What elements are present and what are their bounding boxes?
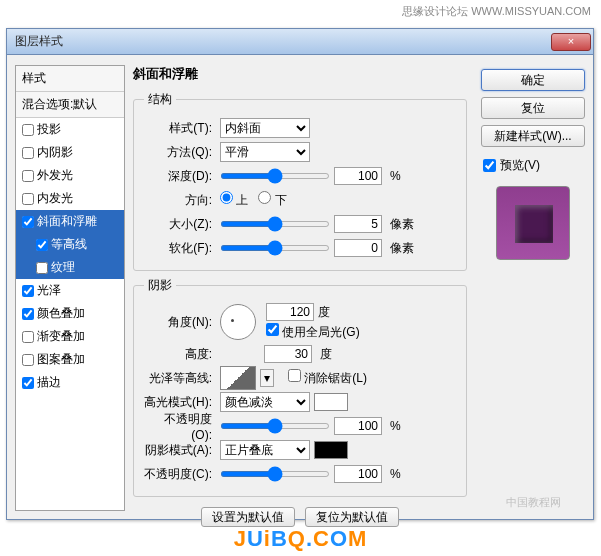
panel-title: 斜面和浮雕	[133, 65, 467, 83]
style-item-label: 斜面和浮雕	[37, 213, 97, 230]
checkbox-pattern-overlay[interactable]	[22, 354, 34, 366]
watermark-small: 中国教程网	[506, 495, 561, 510]
highlight-mode-label: 高光模式(H):	[144, 394, 216, 411]
close-button[interactable]: ×	[551, 33, 591, 51]
right-panel: 确定 复位 新建样式(W)... 预览(V)	[475, 65, 585, 511]
new-style-button[interactable]: 新建样式(W)...	[481, 125, 585, 147]
shading-group: 阴影 角度(N): 度 使用全局光(G) 高度:	[133, 277, 467, 497]
shadow-opacity-slider[interactable]	[220, 471, 330, 477]
altitude-label: 高度:	[144, 346, 216, 363]
center-panel: 斜面和浮雕 结构 样式(T): 内斜面 方法(Q): 平滑 深度(D): %	[125, 65, 475, 511]
direction-down[interactable]: 下	[258, 191, 286, 209]
checkbox-inner-shadow[interactable]	[22, 147, 34, 159]
checkbox-texture[interactable]	[36, 262, 48, 274]
style-item-color-overlay[interactable]: 颜色叠加	[16, 302, 124, 325]
reset-default-button[interactable]: 复位为默认值	[305, 507, 399, 527]
highlight-opacity-unit: %	[390, 419, 401, 433]
checkbox-satin[interactable]	[22, 285, 34, 297]
style-item-contour[interactable]: 等高线	[16, 233, 124, 256]
style-list-panel: 样式 混合选项:默认 投影 内阴影 外发光 内发光 斜面和浮雕 等高线 纹理 光…	[15, 65, 125, 511]
highlight-opacity-slider[interactable]	[220, 423, 330, 429]
make-default-button[interactable]: 设置为默认值	[201, 507, 295, 527]
gloss-contour-swatch[interactable]	[220, 366, 256, 390]
footer: JUiBQ.COM	[0, 526, 601, 552]
checkbox-gradient-overlay[interactable]	[22, 331, 34, 343]
style-list: 投影 内阴影 外发光 内发光 斜面和浮雕 等高线 纹理 光泽 颜色叠加 渐变叠加…	[16, 118, 124, 510]
structure-group: 结构 样式(T): 内斜面 方法(Q): 平滑 深度(D): % 方向:	[133, 91, 467, 271]
soften-input[interactable]	[334, 239, 382, 257]
technique-label: 方法(Q):	[144, 144, 216, 161]
style-item-stroke[interactable]: 描边	[16, 371, 124, 394]
layer-style-dialog: 图层样式 × 样式 混合选项:默认 投影 内阴影 外发光 内发光 斜面和浮雕 等…	[6, 28, 594, 520]
size-label: 大小(Z):	[144, 216, 216, 233]
ok-button[interactable]: 确定	[481, 69, 585, 91]
style-list-header: 样式	[16, 66, 124, 92]
shadow-opacity-input[interactable]	[334, 465, 382, 483]
soften-label: 软化(F):	[144, 240, 216, 257]
style-item-inner-shadow[interactable]: 内阴影	[16, 141, 124, 164]
size-input[interactable]	[334, 215, 382, 233]
style-item-label: 内阴影	[37, 144, 73, 161]
style-item-label: 光泽	[37, 282, 61, 299]
style-item-label: 图案叠加	[37, 351, 85, 368]
style-item-drop-shadow[interactable]: 投影	[16, 118, 124, 141]
style-item-label: 内发光	[37, 190, 73, 207]
altitude-input[interactable]	[264, 345, 312, 363]
footer-logo: JUiBQ.COM	[234, 526, 368, 551]
dialog-body: 样式 混合选项:默认 投影 内阴影 外发光 内发光 斜面和浮雕 等高线 纹理 光…	[7, 55, 593, 519]
structure-legend: 结构	[144, 91, 176, 108]
depth-label: 深度(D):	[144, 168, 216, 185]
size-unit: 像素	[390, 216, 414, 233]
shadow-mode-select[interactable]: 正片叠底	[220, 440, 310, 460]
highlight-color-swatch[interactable]	[314, 393, 348, 411]
style-item-label: 等高线	[51, 236, 87, 253]
style-item-bevel-emboss[interactable]: 斜面和浮雕	[16, 210, 124, 233]
contour-dropdown-icon[interactable]: ▾	[260, 369, 274, 387]
shading-legend: 阴影	[144, 277, 176, 294]
style-item-label: 描边	[37, 374, 61, 391]
checkbox-contour[interactable]	[36, 239, 48, 251]
depth-slider[interactable]	[220, 173, 330, 179]
shadow-color-swatch[interactable]	[314, 441, 348, 459]
checkbox-outer-glow[interactable]	[22, 170, 34, 182]
size-slider[interactable]	[220, 221, 330, 227]
use-global-light[interactable]: 使用全局光(G)	[266, 323, 360, 341]
style-item-texture[interactable]: 纹理	[16, 256, 124, 279]
depth-input[interactable]	[334, 167, 382, 185]
highlight-opacity-input[interactable]	[334, 417, 382, 435]
preview-thumbnail	[496, 186, 570, 260]
direction-label: 方向:	[144, 192, 216, 209]
depth-unit: %	[390, 169, 401, 183]
angle-unit: 度	[318, 304, 330, 321]
soften-unit: 像素	[390, 240, 414, 257]
style-item-label: 外发光	[37, 167, 73, 184]
soften-slider[interactable]	[220, 245, 330, 251]
checkbox-drop-shadow[interactable]	[22, 124, 34, 136]
angle-dial[interactable]	[220, 304, 256, 340]
highlight-opacity-label: 不透明度(O):	[144, 411, 216, 442]
style-label: 样式(T):	[144, 120, 216, 137]
shadow-mode-label: 阴影模式(A):	[144, 442, 216, 459]
direction-up[interactable]: 上	[220, 191, 248, 209]
style-item-inner-glow[interactable]: 内发光	[16, 187, 124, 210]
checkbox-inner-glow[interactable]	[22, 193, 34, 205]
preview-checkbox[interactable]: 预览(V)	[481, 153, 585, 178]
technique-select[interactable]: 平滑	[220, 142, 310, 162]
altitude-unit: 度	[320, 346, 332, 363]
style-item-satin[interactable]: 光泽	[16, 279, 124, 302]
style-item-gradient-overlay[interactable]: 渐变叠加	[16, 325, 124, 348]
blending-options-row[interactable]: 混合选项:默认	[16, 92, 124, 118]
style-item-outer-glow[interactable]: 外发光	[16, 164, 124, 187]
cancel-button[interactable]: 复位	[481, 97, 585, 119]
highlight-mode-select[interactable]: 颜色减淡	[220, 392, 310, 412]
style-select[interactable]: 内斜面	[220, 118, 310, 138]
style-item-pattern-overlay[interactable]: 图案叠加	[16, 348, 124, 371]
angle-input[interactable]	[266, 303, 314, 321]
angle-label: 角度(N):	[144, 314, 216, 331]
style-item-label: 纹理	[51, 259, 75, 276]
style-item-label: 颜色叠加	[37, 305, 85, 322]
antialiased-checkbox[interactable]: 消除锯齿(L)	[288, 369, 367, 387]
checkbox-bevel-emboss[interactable]	[22, 216, 34, 228]
checkbox-stroke[interactable]	[22, 377, 34, 389]
checkbox-color-overlay[interactable]	[22, 308, 34, 320]
